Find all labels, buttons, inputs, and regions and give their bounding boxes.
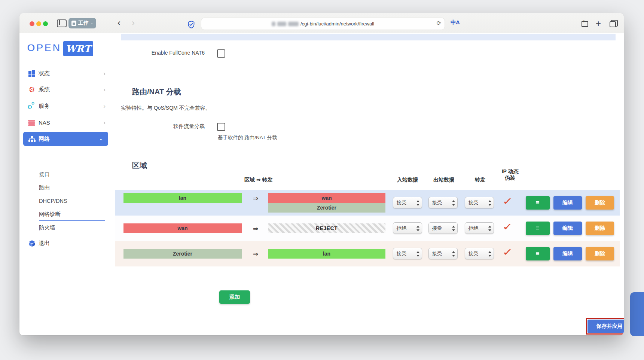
reload-icon[interactable]: ⟳ <box>436 20 441 27</box>
chevron-right-icon: › <box>103 119 106 126</box>
status-dashboard-icon <box>28 70 36 77</box>
forward-arrow-icon: ⇒ <box>253 250 258 258</box>
zone-reject-badge: REJECT <box>268 223 385 233</box>
active-subitem-underline <box>39 220 105 221</box>
sidebar-item-nas[interactable]: NAS › <box>19 115 112 131</box>
stepper-arrows-icon <box>488 200 491 206</box>
save-apply-label: 保存并应用 <box>596 323 623 330</box>
sidebar-toggle-icon[interactable] <box>57 19 67 27</box>
close-window-button[interactable] <box>30 21 34 26</box>
zone-sort-button[interactable]: ≡ <box>526 196 550 210</box>
url-address-bar[interactable]: /cgi-bin/luci/admin/network/firewall ⟳ <box>201 18 445 30</box>
stepper-arrows-icon <box>488 225 491 232</box>
zone-row-wan: wan ⇒ REJECT 拒绝 接受 拒绝 ✓ ≡ 编辑 删除 <box>115 216 620 241</box>
forward-policy-select[interactable]: 接受 <box>465 197 494 208</box>
header-zone-forward: 区域 ⇒ 转发 <box>244 177 273 183</box>
sidebar-subitem-diagnostics[interactable]: 网络诊断 <box>39 210 106 218</box>
chevron-right-icon: › <box>103 70 106 77</box>
fullcone-nat6-label: Enable FullCone NAT6 <box>130 50 205 56</box>
masquerading-check-icon: ✓ <box>502 221 513 233</box>
profile-tab-chip[interactable]: 工作 ⌄ <box>68 18 96 28</box>
select-value: 接受 <box>432 225 442 232</box>
translate-icon[interactable]: 中A <box>451 19 460 26</box>
sidebar-item-system[interactable]: ⚙ 系统 › <box>19 82 112 98</box>
stepper-arrows-icon <box>452 251 455 257</box>
select-value: 接受 <box>468 250 478 257</box>
output-policy-select[interactable]: 接受 <box>428 197 458 208</box>
menu-icon: ≡ <box>536 199 540 207</box>
menu-icon: ≡ <box>536 250 540 257</box>
new-tab-icon[interactable]: + <box>596 19 601 28</box>
redacted-url-host <box>272 22 275 26</box>
privacy-shield-icon[interactable] <box>187 21 195 30</box>
header-masquerading: IP 动态伪装 <box>501 168 519 181</box>
chevron-right-icon: › <box>103 86 106 94</box>
sidebar-item-label: 状态 <box>39 70 50 77</box>
stepper-arrows-icon <box>416 251 419 257</box>
masquerading-check-icon: ✓ <box>502 195 513 207</box>
sidebar-item-network-selected[interactable]: 网络 ⌄ <box>23 132 108 146</box>
sidebar-subitem-routes[interactable]: 路由 <box>39 184 106 191</box>
logo-wrt-text: WRT <box>63 41 93 56</box>
main-content: Enable FullCone NAT6 路由/NAT 分载 实验特性。与 Qo… <box>112 33 624 335</box>
zones-section-title: 区域 <box>132 161 147 171</box>
zone-target-badge: Zerotier <box>268 203 385 213</box>
fullcone-nat6-checkbox[interactable] <box>217 49 225 58</box>
menu-icon: ≡ <box>536 225 540 232</box>
sw-offload-label: 软件流量分载 <box>130 123 205 130</box>
back-button[interactable]: ‹ <box>117 18 120 27</box>
zone-row-lan: lan ⇒ wan Zerotier 接受 接受 接受 ✓ ≡ 编辑 删除 <box>115 190 620 216</box>
chevron-down-icon: ⌄ <box>99 136 103 141</box>
previous-section-edge <box>121 34 616 40</box>
url-path-text: /cgi-bin/luci/admin/network/firewall <box>300 21 374 27</box>
sidebar-subitem-interfaces[interactable]: 接口 <box>39 171 106 178</box>
minimize-window-button[interactable] <box>36 21 41 26</box>
forward-policy-select[interactable]: 接受 <box>465 248 494 259</box>
sw-offload-checkbox[interactable] <box>217 123 225 131</box>
zone-sort-button[interactable]: ≡ <box>526 247 550 260</box>
zone-sort-button[interactable]: ≡ <box>526 222 550 235</box>
input-policy-select[interactable]: 接受 <box>393 197 422 208</box>
add-zone-button[interactable]: 添加 <box>219 290 250 304</box>
chevron-right-icon: › <box>103 103 106 110</box>
subitem-label: 防火墙 <box>39 224 55 231</box>
services-gears-icon: ⚙ ⚙ <box>28 103 36 110</box>
sidebar-item-label: 服务 <box>39 103 50 110</box>
redacted-url-host <box>288 22 299 26</box>
sidebar-subitem-dhcp-dns[interactable]: DHCP/DNS <box>39 197 106 205</box>
sidebar-item-label: 系统 <box>39 86 50 93</box>
zone-origin-badge: Zerotier <box>123 249 242 259</box>
sidebar-subitem-firewall-active[interactable]: 防火墙 <box>39 224 106 231</box>
input-policy-select[interactable]: 拒绝 <box>393 222 422 234</box>
redacted-url-host <box>277 22 286 26</box>
save-apply-button[interactable]: 保存并应用 ▼ <box>587 320 624 333</box>
output-policy-select[interactable]: 接受 <box>428 222 458 234</box>
zoom-window-button[interactable] <box>43 21 48 26</box>
share-icon[interactable]: ↑ <box>582 19 587 26</box>
sidebar-item-services[interactable]: ⚙ ⚙ 服务 › <box>19 98 112 114</box>
input-policy-select[interactable]: 接受 <box>393 248 422 259</box>
zone-delete-button[interactable]: 删除 <box>586 196 614 210</box>
system-gear-icon: ⚙ <box>28 86 36 94</box>
output-policy-select[interactable]: 接受 <box>428 248 458 259</box>
zone-edit-button[interactable]: 编辑 <box>553 222 582 235</box>
select-value: 接受 <box>432 250 442 257</box>
zone-delete-button[interactable]: 删除 <box>586 222 614 235</box>
forward-policy-select[interactable]: 拒绝 <box>465 222 494 234</box>
zone-edit-button[interactable]: 编辑 <box>553 196 582 210</box>
logout-cube-icon <box>28 240 36 247</box>
sidebar-item-label: 网络 <box>39 135 50 143</box>
tab-overview-icon[interactable] <box>611 20 618 27</box>
select-value: 接受 <box>432 199 442 206</box>
browser-toolbar: 工作 ⌄ ‹ › /cgi-bin/luci/admin/network/fir… <box>19 13 624 33</box>
zone-edit-button[interactable]: 编辑 <box>553 247 582 260</box>
zone-row-zerotier: Zerotier ⇒ lan 接受 接受 接受 ✓ ≡ 编辑 删除 <box>115 241 620 266</box>
subitem-label: 网络诊断 <box>39 211 61 218</box>
sidebar-item-logout[interactable]: 退出 <box>19 235 112 251</box>
sidebar-item-status[interactable]: 状态 › <box>19 65 112 82</box>
zone-delete-button[interactable]: 删除 <box>586 247 614 260</box>
forward-button[interactable]: › <box>132 18 135 27</box>
profile-card-icon <box>71 21 76 26</box>
forward-arrow-icon: ⇒ <box>253 225 258 233</box>
sidebar: OPEN WRT 状态 › ⚙ 系统 › ⚙ ⚙ 服务 › <box>19 33 113 335</box>
